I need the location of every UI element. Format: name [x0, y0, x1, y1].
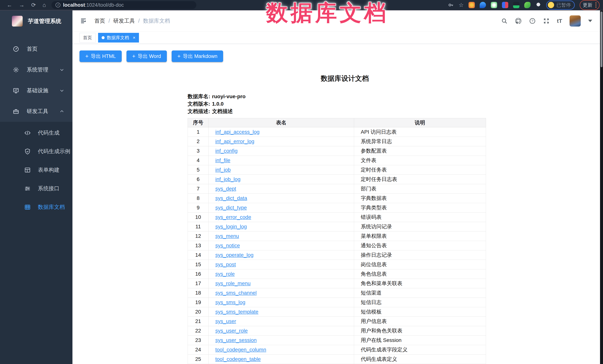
- sidebar-item-codegen[interactable]: 代码生成: [0, 124, 72, 142]
- row-index: 22: [188, 326, 209, 336]
- table-name-link[interactable]: inf_api_error_log: [215, 138, 254, 144]
- table-name-link[interactable]: sys_role_menu: [215, 280, 251, 286]
- password-key-icon[interactable]: [448, 2, 454, 8]
- sidebar-item-db-doc[interactable]: 数据库文档: [0, 198, 72, 216]
- sidebar-collapse-icon[interactable]: [80, 17, 87, 24]
- back-icon[interactable]: ←: [7, 2, 12, 8]
- row-index: 13: [188, 241, 209, 250]
- table-name-link[interactable]: sys_error_code: [215, 214, 251, 220]
- tag-home[interactable]: 首页: [80, 33, 95, 43]
- row-index: 7: [188, 184, 209, 194]
- export-markdown-button[interactable]: + 导出 Markdown: [172, 51, 223, 62]
- scrollbar-thumb[interactable]: [601, 11, 603, 67]
- table-row: 2inf_api_error_log系统异常日志: [188, 137, 486, 146]
- tag-label: 首页: [83, 35, 92, 41]
- table-name-link[interactable]: tool_codegen_column: [215, 347, 266, 353]
- search-icon[interactable]: [501, 18, 508, 24]
- row-description: 短信模板: [354, 307, 486, 317]
- breadcrumb: 首页 / 研发工具 / 数据库文档: [94, 17, 170, 25]
- table-name-link[interactable]: sys_dict_type: [215, 205, 247, 210]
- table-name-link[interactable]: sys_menu: [215, 233, 239, 239]
- sidebar-item-devtools[interactable]: 研发工具: [0, 101, 72, 122]
- table-name-link[interactable]: sys_sms_template: [215, 309, 258, 315]
- browser-menu-icon[interactable]: [595, 2, 596, 8]
- table-name-link[interactable]: inf_config: [215, 148, 238, 154]
- user-avatar[interactable]: [569, 15, 581, 27]
- tag-db-doc[interactable]: 数据库文档 ×: [98, 33, 139, 43]
- github-icon[interactable]: [515, 18, 522, 24]
- table-name-link[interactable]: inf_job: [215, 167, 231, 173]
- table-name-link[interactable]: sys_dict_data: [215, 195, 247, 201]
- font-size-icon[interactable]: tT: [557, 18, 562, 24]
- reload-icon[interactable]: ⟳: [31, 2, 36, 8]
- table-name-link[interactable]: sys_dept: [215, 186, 236, 192]
- sidebar-item-infrastructure[interactable]: 基础设施: [0, 80, 72, 101]
- browser-profile-chip[interactable]: 已暂停: [546, 0, 575, 10]
- chevron-down-icon: [59, 67, 64, 72]
- table-name-link[interactable]: sys_user: [215, 318, 236, 324]
- app-logo-row[interactable]: 芋道管理系统: [0, 11, 72, 32]
- extension-icon[interactable]: [480, 2, 486, 8]
- table-name-link[interactable]: sys_user_role: [215, 328, 248, 333]
- browser-update-chip[interactable]: 更新: [580, 0, 600, 10]
- table-name-link[interactable]: inf_file: [215, 157, 230, 163]
- row-index: 18: [188, 288, 209, 298]
- export-word-button[interactable]: + 导出 Word: [127, 51, 167, 62]
- plus-icon: +: [177, 53, 181, 59]
- table-row: 22sys_user_role用户和角色关联表: [188, 326, 486, 336]
- table-name-link[interactable]: tool_codegen_table: [215, 356, 261, 362]
- extension-icon[interactable]: [524, 2, 531, 8]
- extension-icon[interactable]: [491, 2, 497, 8]
- table-name-link[interactable]: sys_post: [215, 262, 236, 267]
- table-name-link[interactable]: sys_login_log: [215, 224, 247, 230]
- table-name-link[interactable]: sys_role: [215, 271, 235, 277]
- table-name-link[interactable]: sys_sms_channel: [215, 290, 257, 296]
- fullscreen-icon[interactable]: [543, 18, 549, 24]
- row-description: 文件表: [354, 156, 486, 165]
- row-table-name-cell: sys_notice: [209, 241, 354, 250]
- sidebar-item-api[interactable]: 系统接口: [0, 179, 72, 198]
- site-info-icon[interactable]: i: [56, 3, 60, 7]
- home-icon[interactable]: ⌂: [43, 2, 46, 8]
- bookmark-star-icon[interactable]: ☆: [459, 2, 464, 8]
- extension-icon[interactable]: [502, 2, 508, 8]
- table-name-link[interactable]: sys_operate_log: [215, 252, 253, 258]
- app-title: 芋道管理系统: [28, 17, 61, 25]
- sidebar-item-form-builder[interactable]: 表单构建: [0, 161, 72, 179]
- active-dot-icon: [102, 36, 104, 39]
- table-name-link[interactable]: inf_job_log: [215, 176, 240, 182]
- row-index: 17: [188, 279, 209, 288]
- plus-icon: +: [132, 53, 136, 59]
- breadcrumb-home[interactable]: 首页: [94, 17, 105, 25]
- row-index: 3: [188, 146, 209, 156]
- plus-icon: +: [85, 53, 89, 59]
- row-index: 16: [188, 269, 209, 279]
- address-bar[interactable]: i localhost:1024/tool/db-doc: [51, 1, 196, 9]
- export-html-button[interactable]: + 导出 HTML: [80, 51, 122, 62]
- sidebar-item-label: 代码生成: [38, 129, 59, 137]
- sidebar-item-codegen-demo[interactable]: 代码生成示例: [0, 142, 72, 161]
- table-row: 21sys_user用户信息表: [188, 317, 486, 326]
- extensions-puzzle-icon[interactable]: [535, 2, 541, 8]
- extension-icon[interactable]: [468, 2, 475, 8]
- table-name-link[interactable]: sys_notice: [215, 243, 240, 248]
- row-index: 14: [188, 250, 209, 260]
- sidebar-item-system[interactable]: 系统管理: [0, 59, 72, 80]
- user-menu-caret-icon[interactable]: [588, 20, 592, 22]
- breadcrumb-devtools[interactable]: 研发工具: [113, 17, 135, 25]
- row-description: 操作日志记录: [354, 250, 486, 260]
- forward-icon[interactable]: →: [19, 2, 24, 8]
- table-header-row: 序号 表名 说明: [188, 118, 486, 127]
- table-row: 13sys_notice通知公告表: [188, 241, 486, 250]
- extension-icon[interactable]: [513, 2, 519, 8]
- sidebar-item-label: 基础设施: [27, 87, 48, 94]
- table-name-link[interactable]: sys_user_session: [215, 337, 257, 343]
- close-icon[interactable]: ×: [133, 35, 135, 40]
- table-name-link[interactable]: inf_api_access_log: [215, 129, 259, 135]
- document-title: 数据库设计文档: [80, 74, 603, 83]
- page-scrollbar[interactable]: [600, 11, 603, 364]
- sidebar-item-home[interactable]: 首页: [0, 39, 72, 59]
- help-icon[interactable]: ?: [529, 18, 536, 24]
- row-index: 19: [188, 298, 209, 307]
- table-name-link[interactable]: sys_sms_log: [215, 299, 245, 305]
